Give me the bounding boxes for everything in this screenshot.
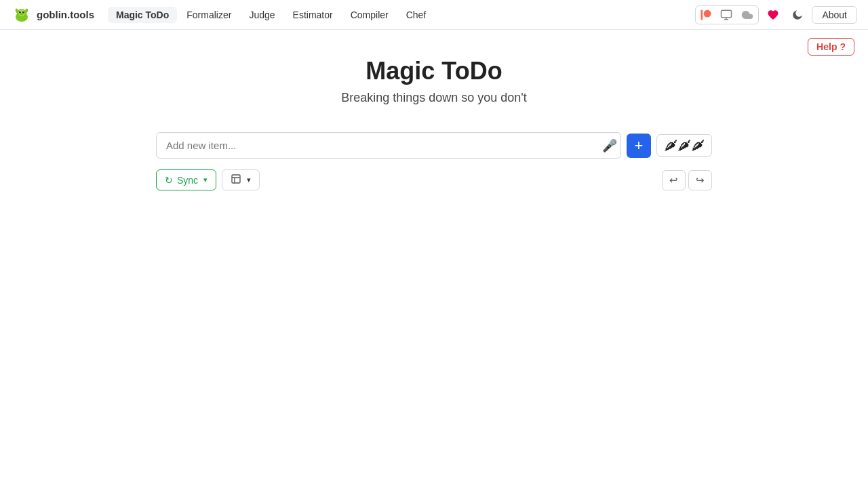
nav-cloud-icon[interactable] [736, 6, 758, 24]
import-icon [231, 174, 241, 186]
goblin-logo-icon [11, 4, 33, 26]
undo-button[interactable]: ↩ [662, 170, 686, 190]
redo-icon: ↪ [696, 174, 705, 186]
add-input[interactable] [156, 132, 621, 159]
nav-heart-icon[interactable] [763, 6, 783, 24]
page-title: Magic ToDo [366, 57, 502, 85]
sync-label: Sync [177, 175, 198, 186]
nav-right: About [695, 5, 857, 24]
mic-button[interactable]: 🎤 [598, 134, 621, 157]
main-content: Magic ToDo Breaking things down so you d… [0, 30, 868, 190]
svg-point-10 [21, 13, 23, 14]
page-subtitle: Breaking things down so you don't [341, 91, 527, 105]
nav-link-compiler[interactable]: Compiler [342, 7, 397, 23]
sync-button[interactable]: ↻ Sync ▾ [156, 169, 216, 190]
chili-icons: 🌶🌶🌶 [664, 138, 705, 153]
svg-point-6 [23, 12, 24, 12]
nav-link-judge[interactable]: Judge [241, 7, 283, 23]
svg-point-3 [19, 11, 21, 13]
nav-social-icons [695, 5, 759, 24]
input-row: 🎤 + 🌶🌶🌶 [156, 132, 712, 159]
nav-links: Magic ToDo Formalizer Judge Estimator Co… [108, 7, 690, 23]
controls-right: ↩ ↪ [662, 170, 712, 190]
add-button[interactable]: + [627, 134, 651, 158]
nav-about-button[interactable]: About [812, 6, 857, 24]
undo-icon: ↩ [669, 174, 678, 186]
nav-darkmode-icon[interactable] [787, 6, 808, 24]
nav-link-estimator[interactable]: Estimator [285, 7, 341, 23]
nav-link-chef[interactable]: Chef [398, 7, 435, 23]
svg-rect-11 [722, 10, 732, 18]
help-label: Help [816, 41, 837, 52]
nav-logo[interactable]: goblin.tools [11, 4, 94, 26]
controls-row: ↻ Sync ▾ ▾ ↩ ↪ [156, 169, 712, 190]
redo-button[interactable]: ↪ [688, 170, 712, 190]
import-button[interactable]: ▾ [222, 169, 260, 190]
import-chevron-icon: ▾ [247, 176, 251, 184]
nav-icon2[interactable] [716, 6, 736, 24]
controls-left: ↻ Sync ▾ ▾ [156, 169, 260, 190]
sync-chevron-icon: ▾ [203, 176, 208, 184]
nav-logo-text: goblin.tools [37, 9, 94, 20]
svg-rect-12 [232, 175, 240, 183]
nav-link-magic-todo[interactable]: Magic ToDo [108, 7, 177, 23]
navbar: goblin.tools Magic ToDo Formalizer Judge… [0, 0, 868, 30]
nav-link-formalizer[interactable]: Formalizer [178, 7, 239, 23]
svg-point-5 [20, 12, 20, 12]
mic-icon: 🎤 [602, 138, 617, 153]
nav-patreon-icon[interactable] [696, 6, 716, 24]
svg-point-4 [22, 11, 24, 13]
sync-icon: ↻ [165, 175, 173, 186]
help-button[interactable]: Help ? [808, 38, 854, 56]
chili-selector[interactable]: 🌶🌶🌶 [656, 134, 712, 157]
help-icon: ? [840, 41, 846, 52]
